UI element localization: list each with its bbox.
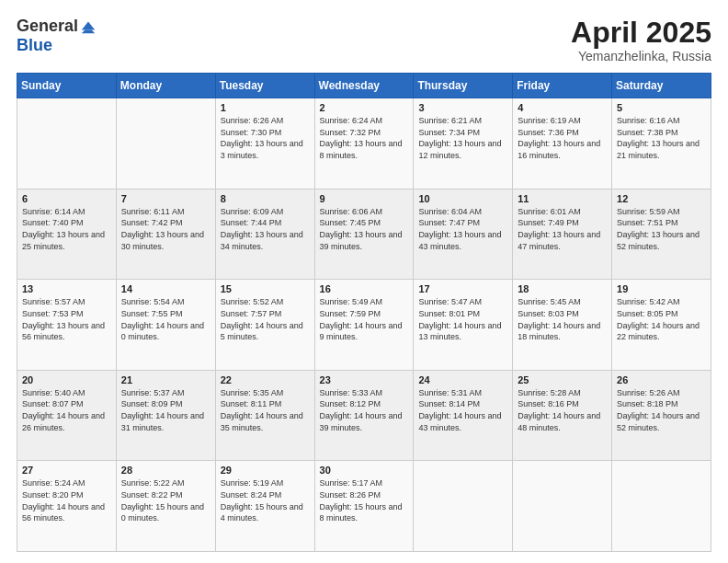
day-of-week-header: Friday bbox=[513, 74, 612, 98]
month-title: April 2025 bbox=[571, 17, 711, 49]
logo: General Blue bbox=[17, 17, 97, 55]
day-number: 4 bbox=[518, 102, 607, 113]
calendar-cell: 11Sunrise: 6:01 AM Sunset: 7:49 PM Dayli… bbox=[513, 189, 612, 280]
calendar-cell: 12Sunrise: 5:59 AM Sunset: 7:51 PM Dayli… bbox=[612, 189, 711, 280]
logo-blue-text: Blue bbox=[17, 36, 52, 54]
calendar-week-row: 13Sunrise: 5:57 AM Sunset: 7:53 PM Dayli… bbox=[17, 280, 711, 371]
day-info: Sunrise: 5:37 AM Sunset: 8:09 PM Dayligh… bbox=[121, 388, 204, 432]
day-number: 14 bbox=[121, 283, 210, 294]
day-number: 29 bbox=[221, 465, 310, 476]
day-number: 22 bbox=[221, 374, 310, 385]
day-info: Sunrise: 5:22 AM Sunset: 8:22 PM Dayligh… bbox=[121, 478, 204, 523]
day-number: 27 bbox=[22, 465, 111, 476]
calendar-cell bbox=[513, 461, 612, 552]
calendar-cell: 4Sunrise: 6:19 AM Sunset: 7:36 PM Daylig… bbox=[513, 98, 612, 190]
day-info: Sunrise: 5:31 AM Sunset: 8:14 PM Dayligh… bbox=[418, 388, 501, 432]
day-number: 19 bbox=[617, 283, 706, 294]
day-info: Sunrise: 6:01 AM Sunset: 7:49 PM Dayligh… bbox=[518, 207, 600, 251]
day-info: Sunrise: 5:42 AM Sunset: 8:05 PM Dayligh… bbox=[617, 297, 700, 341]
header: General Blue April 2025 Yemanzhelinka, R… bbox=[17, 17, 711, 63]
day-of-week-header: Wednesday bbox=[314, 74, 414, 98]
header-row: SundayMondayTuesdayWednesdayThursdayFrid… bbox=[17, 74, 711, 98]
svg-marker-0 bbox=[82, 21, 95, 29]
calendar-cell: 13Sunrise: 5:57 AM Sunset: 7:53 PM Dayli… bbox=[17, 280, 117, 371]
day-number: 16 bbox=[320, 283, 409, 294]
day-info: Sunrise: 5:52 AM Sunset: 7:57 PM Dayligh… bbox=[221, 297, 303, 341]
calendar-cell: 8Sunrise: 6:09 AM Sunset: 7:44 PM Daylig… bbox=[215, 189, 314, 280]
day-number: 17 bbox=[418, 283, 507, 294]
logo-icon bbox=[80, 18, 97, 35]
calendar-cell: 10Sunrise: 6:04 AM Sunset: 7:47 PM Dayli… bbox=[414, 189, 513, 280]
calendar-week-row: 1Sunrise: 6:26 AM Sunset: 7:30 PM Daylig… bbox=[17, 98, 711, 190]
day-number: 7 bbox=[121, 193, 210, 204]
calendar-cell: 18Sunrise: 5:45 AM Sunset: 8:03 PM Dayli… bbox=[513, 280, 612, 371]
day-info: Sunrise: 5:19 AM Sunset: 8:24 PM Dayligh… bbox=[221, 478, 303, 523]
day-number: 6 bbox=[22, 193, 111, 204]
calendar-cell: 28Sunrise: 5:22 AM Sunset: 8:22 PM Dayli… bbox=[116, 461, 215, 552]
day-of-week-header: Thursday bbox=[414, 74, 513, 98]
title-block: April 2025 Yemanzhelinka, Russia bbox=[571, 17, 711, 63]
calendar-cell: 22Sunrise: 5:35 AM Sunset: 8:11 PM Dayli… bbox=[215, 370, 314, 461]
day-info: Sunrise: 5:33 AM Sunset: 8:12 PM Dayligh… bbox=[320, 388, 403, 432]
day-number: 5 bbox=[617, 102, 706, 113]
day-number: 12 bbox=[617, 193, 706, 204]
calendar-cell: 30Sunrise: 5:17 AM Sunset: 8:26 PM Dayli… bbox=[314, 461, 414, 552]
day-number: 3 bbox=[418, 102, 507, 113]
day-info: Sunrise: 6:16 AM Sunset: 7:38 PM Dayligh… bbox=[617, 116, 700, 160]
day-info: Sunrise: 5:49 AM Sunset: 7:59 PM Dayligh… bbox=[320, 297, 403, 341]
day-info: Sunrise: 6:09 AM Sunset: 7:44 PM Dayligh… bbox=[221, 207, 303, 251]
day-info: Sunrise: 5:28 AM Sunset: 8:16 PM Dayligh… bbox=[518, 388, 600, 432]
calendar-cell bbox=[414, 461, 513, 552]
calendar-cell: 20Sunrise: 5:40 AM Sunset: 8:07 PM Dayli… bbox=[17, 370, 117, 461]
day-number: 2 bbox=[320, 102, 409, 113]
day-number: 21 bbox=[121, 374, 210, 385]
day-number: 15 bbox=[221, 283, 310, 294]
calendar-cell bbox=[612, 461, 711, 552]
calendar-cell bbox=[116, 98, 215, 190]
calendar-cell: 6Sunrise: 6:14 AM Sunset: 7:40 PM Daylig… bbox=[17, 189, 117, 280]
calendar-cell: 2Sunrise: 6:24 AM Sunset: 7:32 PM Daylig… bbox=[314, 98, 414, 190]
calendar-table: SundayMondayTuesdayWednesdayThursdayFrid… bbox=[17, 73, 711, 552]
day-number: 26 bbox=[617, 374, 706, 385]
day-info: Sunrise: 5:35 AM Sunset: 8:11 PM Dayligh… bbox=[221, 388, 303, 432]
calendar-cell: 15Sunrise: 5:52 AM Sunset: 7:57 PM Dayli… bbox=[215, 280, 314, 371]
day-number: 18 bbox=[518, 283, 607, 294]
calendar-cell: 7Sunrise: 6:11 AM Sunset: 7:42 PM Daylig… bbox=[116, 189, 215, 280]
calendar-cell: 21Sunrise: 5:37 AM Sunset: 8:09 PM Dayli… bbox=[116, 370, 215, 461]
day-number: 24 bbox=[418, 374, 507, 385]
page: General Blue April 2025 Yemanzhelinka, R… bbox=[0, 0, 728, 563]
day-of-week-header: Sunday bbox=[17, 74, 117, 98]
calendar-cell: 17Sunrise: 5:47 AM Sunset: 8:01 PM Dayli… bbox=[414, 280, 513, 371]
calendar-week-row: 6Sunrise: 6:14 AM Sunset: 7:40 PM Daylig… bbox=[17, 189, 711, 280]
calendar-cell: 29Sunrise: 5:19 AM Sunset: 8:24 PM Dayli… bbox=[215, 461, 314, 552]
day-of-week-header: Saturday bbox=[612, 74, 711, 98]
location-subtitle: Yemanzhelinka, Russia bbox=[571, 49, 711, 63]
day-number: 28 bbox=[121, 465, 210, 476]
calendar-cell: 9Sunrise: 6:06 AM Sunset: 7:45 PM Daylig… bbox=[314, 189, 414, 280]
day-number: 30 bbox=[320, 465, 409, 476]
day-info: Sunrise: 5:26 AM Sunset: 8:18 PM Dayligh… bbox=[617, 388, 700, 432]
calendar-body: 1Sunrise: 6:26 AM Sunset: 7:30 PM Daylig… bbox=[17, 98, 711, 552]
calendar-cell: 27Sunrise: 5:24 AM Sunset: 8:20 PM Dayli… bbox=[17, 461, 117, 552]
calendar-cell: 16Sunrise: 5:49 AM Sunset: 7:59 PM Dayli… bbox=[314, 280, 414, 371]
day-number: 20 bbox=[22, 374, 111, 385]
calendar-cell: 14Sunrise: 5:54 AM Sunset: 7:55 PM Dayli… bbox=[116, 280, 215, 371]
day-info: Sunrise: 5:54 AM Sunset: 7:55 PM Dayligh… bbox=[121, 297, 204, 341]
day-info: Sunrise: 6:21 AM Sunset: 7:34 PM Dayligh… bbox=[418, 116, 501, 160]
day-number: 1 bbox=[221, 102, 310, 113]
day-info: Sunrise: 6:04 AM Sunset: 7:47 PM Dayligh… bbox=[418, 207, 501, 251]
calendar-cell: 24Sunrise: 5:31 AM Sunset: 8:14 PM Dayli… bbox=[414, 370, 513, 461]
day-number: 8 bbox=[221, 193, 310, 204]
day-of-week-header: Tuesday bbox=[215, 74, 314, 98]
day-number: 9 bbox=[320, 193, 409, 204]
calendar-cell: 5Sunrise: 6:16 AM Sunset: 7:38 PM Daylig… bbox=[612, 98, 711, 190]
day-number: 11 bbox=[518, 193, 607, 204]
calendar-cell: 25Sunrise: 5:28 AM Sunset: 8:16 PM Dayli… bbox=[513, 370, 612, 461]
calendar-cell: 19Sunrise: 5:42 AM Sunset: 8:05 PM Dayli… bbox=[612, 280, 711, 371]
day-info: Sunrise: 5:47 AM Sunset: 8:01 PM Dayligh… bbox=[418, 297, 501, 341]
day-number: 23 bbox=[320, 374, 409, 385]
svg-marker-1 bbox=[82, 29, 95, 33]
day-info: Sunrise: 5:24 AM Sunset: 8:20 PM Dayligh… bbox=[22, 478, 105, 523]
calendar-week-row: 27Sunrise: 5:24 AM Sunset: 8:20 PM Dayli… bbox=[17, 461, 711, 552]
day-info: Sunrise: 6:19 AM Sunset: 7:36 PM Dayligh… bbox=[518, 116, 600, 160]
